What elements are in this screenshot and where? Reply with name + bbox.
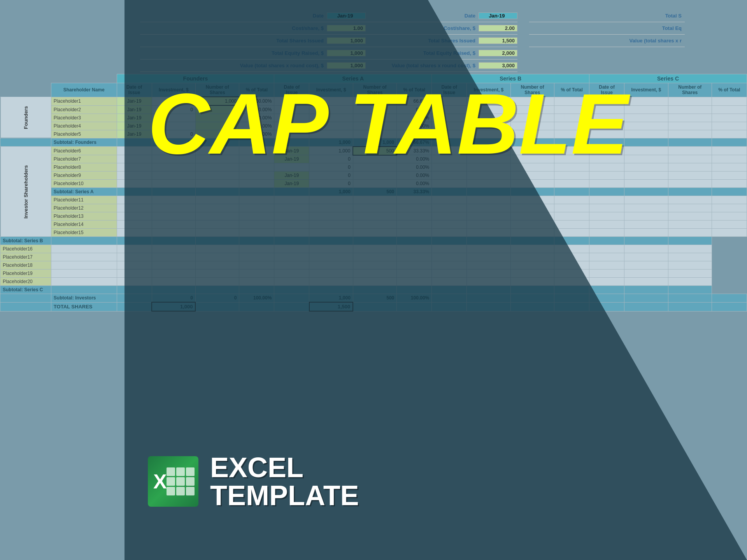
p2-sc-shares xyxy=(668,105,712,114)
founders-date-col: Date ofIssue xyxy=(117,83,152,97)
shareholder-col-header: Shareholder Name xyxy=(51,83,117,97)
placeholder6-name: Placeholder6 xyxy=(51,147,117,155)
placeholder9-name: Placeholder9 xyxy=(51,172,117,180)
p1-date: Jan-19 xyxy=(117,97,152,105)
value-label-3: Value (total shares x r xyxy=(529,38,685,44)
p9-sc-date xyxy=(589,172,624,180)
placeholder2-name: Placeholder2 xyxy=(51,105,117,114)
table-row: Placeholder10 Jan-19 0 0.00% xyxy=(0,180,747,188)
table-row: Placeholder9 Jan-19 0 0.00% xyxy=(0,172,747,180)
p7-sc-shares xyxy=(668,155,712,163)
grid-cell xyxy=(176,467,185,476)
p3-sc-shares xyxy=(668,114,712,122)
ssa-sb-pct xyxy=(554,188,589,196)
cost-value-2: 2.00 xyxy=(479,25,517,32)
p9-sa-date: Jan-19 xyxy=(274,172,309,180)
ssa-sc-pct xyxy=(712,188,747,196)
si-label: Subtotal: Investors xyxy=(51,294,117,303)
value-label-2: Value (total shares x round cost), $ xyxy=(292,63,479,68)
subtotal-series-c-row: Subtotal: Series C xyxy=(0,286,747,294)
total-shares-label: TOTAL SHARES xyxy=(51,302,117,311)
equity-label-2: Total Equity Raised, $ xyxy=(292,50,479,56)
placeholder15-name: Placeholder15 xyxy=(51,229,117,237)
p2-sc-investment xyxy=(624,105,668,114)
p10-f-date xyxy=(117,180,152,188)
p9-sa-pct: 0.00% xyxy=(397,172,432,180)
p10-sb-date xyxy=(432,180,467,188)
p11-sb-date xyxy=(432,196,467,204)
p7-f-date xyxy=(117,155,152,163)
excel-template-text: EXCELTEMPLATE xyxy=(210,453,359,509)
p9-f-shares xyxy=(195,172,239,180)
total-sa-shares: 1,500 xyxy=(309,302,353,311)
p6-f-date xyxy=(117,147,152,155)
p1-sc-shares xyxy=(668,97,712,105)
p8-f-date xyxy=(117,163,152,172)
p8-sc-shares xyxy=(668,163,712,172)
equity-value-2: 2,000 xyxy=(479,50,517,56)
grid-cell xyxy=(176,477,185,486)
p10-sb-shares xyxy=(510,180,554,188)
p5-sc-shares xyxy=(668,130,712,138)
cost-label-2: Cost/share, $ xyxy=(292,25,479,31)
subtotal-founders-label: Subtotal: Founders xyxy=(51,138,117,147)
p6-sc-investment xyxy=(624,147,668,155)
p6-sc-shares xyxy=(668,147,712,155)
placeholder20-name: Placeholder20 xyxy=(0,278,51,286)
p3-date: Jan-19 xyxy=(117,114,152,122)
table-row: Placeholder12 xyxy=(0,204,747,212)
date-label-2: Date xyxy=(292,13,479,19)
table-row: Placeholder15 xyxy=(0,229,747,237)
ssa-f-shares xyxy=(195,188,239,196)
grid-cell xyxy=(167,477,175,486)
grid-cell xyxy=(167,487,175,495)
subtotal-investors-row: Subtotal: Investors 0 0 100.00% 1,000 50… xyxy=(0,294,747,303)
ssa-f-investment xyxy=(152,188,195,196)
ssb-label: Subtotal: Series B xyxy=(0,237,51,245)
sf-sc-shares xyxy=(668,138,712,147)
placeholder8-name: Placeholder8 xyxy=(51,163,117,172)
si-sa-pct: 100.00% xyxy=(397,294,432,303)
placeholder1-name: Placeholder1 xyxy=(51,97,117,105)
shares-label-3: Total S xyxy=(529,13,685,19)
p9-f-date xyxy=(117,172,152,180)
p9-sc-investment xyxy=(624,172,668,180)
ssa-sa-date xyxy=(274,188,309,196)
p10-sa-date: Jan-19 xyxy=(274,180,309,188)
p4-sc-investment xyxy=(624,122,668,130)
placeholder16-name: Placeholder16 xyxy=(0,245,51,253)
cap-table-title: CAP TABLE xyxy=(148,86,628,163)
p9-sb-shares xyxy=(510,172,554,180)
p5-sc-pct xyxy=(712,130,747,138)
p4-date: Jan-19 xyxy=(117,122,152,130)
p9-sb-pct xyxy=(554,172,589,180)
si-f-pct: 100.00% xyxy=(239,294,274,303)
p4-sc-shares xyxy=(668,122,712,130)
table-row: Placeholder14 xyxy=(0,220,747,229)
sf-sc-investment xyxy=(624,138,668,147)
ssa-sc-date xyxy=(589,188,624,196)
value-value-2: 3,000 xyxy=(479,62,517,69)
p10-sc-date xyxy=(589,180,624,188)
p2-sc-pct xyxy=(712,105,747,114)
excel-grid-icon xyxy=(167,467,195,495)
p10-sc-investment xyxy=(624,180,668,188)
summary-block-3: Total S Total Eq Value (total shares x r xyxy=(529,10,685,47)
placeholder5-name: Placeholder5 xyxy=(51,130,117,138)
p9-sa-shares xyxy=(353,172,396,180)
ssa-sa-investment: 1,000 xyxy=(309,188,353,196)
p11-sc-date xyxy=(589,196,624,204)
placeholder14-name: Placeholder14 xyxy=(51,220,117,229)
subtotal-series-b-row: Subtotal: Series B xyxy=(0,237,747,245)
p11-sa-date xyxy=(274,196,309,204)
ssa-sc-investment xyxy=(624,188,668,196)
si-f-shares: 0 xyxy=(195,294,239,303)
p2-date: Jan-19 xyxy=(117,105,152,114)
placeholder4-name: Placeholder4 xyxy=(51,122,117,130)
ssa-label: Subtotal: Series A xyxy=(51,188,117,196)
p9-sb-date xyxy=(432,172,467,180)
ssa-sc-shares xyxy=(668,188,712,196)
placeholder13-name: Placeholder13 xyxy=(51,212,117,220)
placeholder11-name: Placeholder11 xyxy=(51,196,117,204)
table-row: Placeholder11 xyxy=(0,196,747,204)
